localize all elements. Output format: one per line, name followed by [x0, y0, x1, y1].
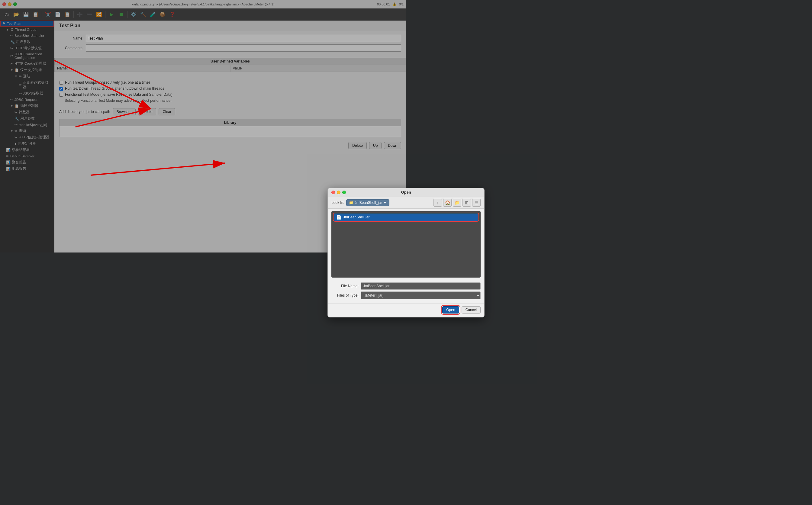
open-dialog: Open Look In: 📁 JmBeanShell_jar ▼ ↑ 🏠 📁 …: [327, 188, 406, 253]
dialog-close-btn[interactable]: [331, 191, 335, 194]
dialog-title-bar: Open: [328, 188, 406, 197]
look-in-select[interactable]: 📁 JmBeanShell_jar ▼: [346, 199, 390, 206]
look-in-label: Look In:: [331, 200, 344, 205]
dialog-minimize-btn[interactable]: [337, 191, 340, 194]
dialog-toolbar: Look In: 📁 JmBeanShell_jar ▼ ↑ 🏠 📁 ⊞ ☰: [328, 197, 406, 209]
dialog-file-area: 📄 JmBeanShell.jar: [331, 211, 406, 253]
folder-icon: 📁: [349, 200, 353, 205]
dialog-title-text: Open: [401, 190, 406, 194]
file-item-label: JmBeanShell.jar: [343, 215, 369, 219]
chevron-down-icon: ▼: [383, 200, 387, 205]
file-item-jmbeanshell[interactable]: 📄 JmBeanShell.jar: [334, 213, 406, 221]
jar-file-icon: 📄: [336, 215, 341, 219]
dialog-maximize-btn[interactable]: [342, 191, 346, 194]
dialog-traffic-lights: [331, 191, 346, 194]
look-in-value: JmBeanShell_jar: [355, 200, 382, 205]
dialog-overlay: Open Look In: 📁 JmBeanShell_jar ▼ ↑ 🏠 📁 …: [0, 0, 406, 252]
